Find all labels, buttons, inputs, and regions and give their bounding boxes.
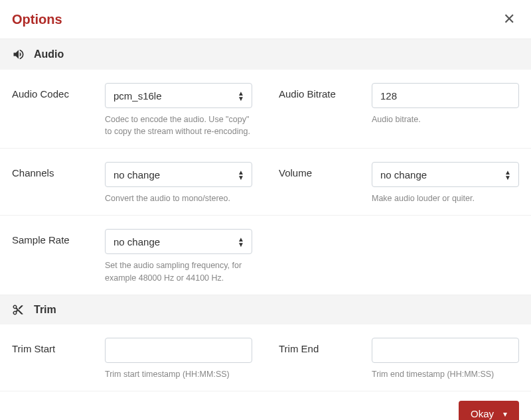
field-audio-bitrate: Audio Bitrate Audio bitrate. [279, 83, 519, 137]
field-volume: Volume no change ▲▼ Make audio louder or… [279, 162, 519, 204]
audio-bitrate-input[interactable] [372, 83, 519, 108]
dialog-footer: Okay ▾ [0, 391, 531, 420]
close-icon: ✕ [503, 11, 515, 27]
label-trim-start: Trim Start [12, 338, 105, 354]
label-volume: Volume [279, 162, 372, 178]
row-channels-volume: Channels no change ▲▼ Convert the audio … [0, 149, 531, 216]
row-trim: Trim Start Trim start timestamp (HH:MM:S… [0, 324, 531, 391]
label-audio-bitrate: Audio Bitrate [279, 83, 372, 100]
help-channels: Convert the audio to mono/stereo. [105, 192, 252, 204]
channels-select[interactable]: no change [105, 162, 252, 187]
close-button[interactable]: ✕ [500, 9, 518, 29]
scissors-icon [12, 304, 25, 316]
volume-select[interactable]: no change [372, 162, 519, 187]
section-body-trim: Trim Start Trim start timestamp (HH:MM:S… [0, 324, 531, 391]
audio-codec-select[interactable]: pcm_s16le [105, 83, 252, 108]
section-body-audio: Audio Codec pcm_s16le ▲▼ Codec to encode… [0, 70, 531, 295]
row-sample-rate: Sample Rate no change ▲▼ Set the audio s… [0, 216, 531, 294]
label-channels: Channels [12, 162, 105, 178]
section-title-audio: Audio [34, 48, 64, 60]
volume-icon [12, 48, 25, 61]
label-trim-end: Trim End [279, 338, 372, 354]
help-audio-bitrate: Audio bitrate. [372, 113, 519, 125]
section-title-trim: Trim [34, 304, 56, 316]
help-trim-end: Trim end timestamp (HH:MM:SS) [372, 368, 519, 380]
field-trim-start: Trim Start Trim start timestamp (HH:MM:S… [12, 338, 252, 380]
help-audio-codec: Codec to encode the audio. Use "copy" to… [105, 113, 252, 137]
okay-button-label: Okay [471, 408, 494, 419]
dialog-title: Options [12, 12, 62, 27]
help-volume: Make audio louder or quiter. [372, 192, 519, 204]
section-header-audio: Audio [0, 38, 531, 70]
row-codec-bitrate: Audio Codec pcm_s16le ▲▼ Codec to encode… [0, 70, 531, 149]
trim-end-input[interactable] [372, 338, 519, 363]
section-header-trim: Trim [0, 295, 531, 324]
label-audio-codec: Audio Codec [12, 83, 105, 100]
help-sample-rate: Set the audio sampling frequency, for ex… [105, 259, 252, 283]
field-spacer [279, 229, 519, 283]
dialog-header: Options ✕ [0, 0, 531, 38]
sample-rate-select[interactable]: no change [105, 229, 252, 254]
options-dialog: Options ✕ Audio Audio Codec pcm_s16le ▲▼ [0, 0, 531, 420]
field-audio-codec: Audio Codec pcm_s16le ▲▼ Codec to encode… [12, 83, 252, 137]
label-sample-rate: Sample Rate [12, 229, 105, 245]
help-trim-start: Trim start timestamp (HH:MM:SS) [105, 368, 252, 380]
chevron-down-icon: ▾ [503, 410, 507, 418]
field-channels: Channels no change ▲▼ Convert the audio … [12, 162, 252, 204]
okay-button[interactable]: Okay ▾ [459, 401, 519, 420]
field-sample-rate: Sample Rate no change ▲▼ Set the audio s… [12, 229, 252, 283]
field-trim-end: Trim End Trim end timestamp (HH:MM:SS) [279, 338, 519, 380]
trim-start-input[interactable] [105, 338, 252, 363]
